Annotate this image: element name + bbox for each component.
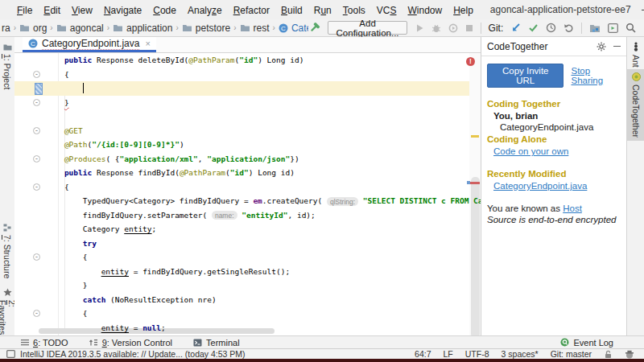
event-log-button[interactable]: Event Log xyxy=(560,338,613,348)
breadcrumb-separator: › xyxy=(273,23,275,32)
code-line[interactable]: - { xyxy=(14,250,481,265)
code-line[interactable]: entity = findByIdQuery.getSingleResult()… xyxy=(14,265,481,279)
tool-window-button-project[interactable]: 1: Project xyxy=(0,40,14,93)
menu-vcs[interactable]: VCS xyxy=(371,5,402,16)
breadcrumb-item-org[interactable]: org xyxy=(19,23,47,34)
tab-close-icon[interactable]: × xyxy=(145,39,150,48)
stop-icon[interactable] xyxy=(465,24,473,32)
build-hammer-icon[interactable] xyxy=(308,22,320,34)
fold-marker-icon[interactable]: - xyxy=(33,71,40,78)
code-on-your-own-link[interactable]: Code on your own xyxy=(493,146,568,156)
status-item-git--master[interactable]: Git: master xyxy=(551,349,592,359)
code-line[interactable]: public Response deleteById(@PathParam("i… xyxy=(14,53,481,68)
warning-stripe-mark[interactable] xyxy=(471,135,479,138)
code-line[interactable]: - @Produces( {"application/xml", "applic… xyxy=(14,152,481,167)
menu-build[interactable]: Build xyxy=(275,5,308,16)
fold-marker-icon[interactable]: - xyxy=(33,127,40,134)
tool-window-button-favorites[interactable]: 2: Favorites xyxy=(0,285,14,338)
breadcrumb-item-categoryendpoint[interactable]: CCategoryEndpoint xyxy=(279,23,308,34)
shared-file-item[interactable]: CategoryEndpoint.java xyxy=(500,122,621,132)
menu-run[interactable]: Run xyxy=(308,5,337,16)
fold-marker-icon[interactable]: - xyxy=(33,253,40,261)
rollback-icon[interactable] xyxy=(564,23,574,33)
tool-window-button-todo[interactable]: 6: TODO xyxy=(21,338,68,348)
status-window-icon[interactable] xyxy=(6,350,15,358)
tool-window-button-versioncontrol[interactable]: 9: Version Control xyxy=(89,338,172,348)
tool-window-button-codetogether[interactable]: CodeTogether xyxy=(627,69,644,141)
tool-window-button-ant[interactable]: Ant xyxy=(627,39,644,71)
fold-marker-icon[interactable]: - xyxy=(33,155,40,162)
breadcrumb-item-rest[interactable]: rest xyxy=(240,23,270,34)
menu-edit[interactable]: Edit xyxy=(38,5,66,16)
debug-icon[interactable] xyxy=(431,23,441,33)
copy-invite-url-button[interactable]: Copy Invite URL xyxy=(487,64,564,88)
breadcrumb-item-ra[interactable]: ra xyxy=(2,23,10,34)
code-line[interactable]: Category entity; xyxy=(14,222,481,237)
stop-sharing-link[interactable]: Stop Sharing xyxy=(571,66,621,85)
editor[interactable]: C CategoryEndpoint.java × public Respons… xyxy=(14,37,481,335)
git-commit-icon[interactable] xyxy=(528,23,539,33)
error-indicator-icon[interactable]: ! xyxy=(466,57,475,66)
code-line[interactable]: - { xyxy=(14,306,481,321)
code-line[interactable]: } xyxy=(14,278,481,293)
code-line[interactable]: @Path("/{id:[0-9][0-9]*}") xyxy=(14,138,481,152)
status-item-lf[interactable]: LF xyxy=(444,349,453,359)
window-title: agoncal-application-petstore-ee7 xyxy=(490,4,631,15)
breadcrumb-item-agoncal[interactable]: agoncal xyxy=(56,23,104,34)
code-area[interactable]: public Response deleteById(@PathParam("i… xyxy=(14,53,481,335)
code-line[interactable]: - { xyxy=(14,180,481,195)
code-line[interactable]: - { xyxy=(14,68,481,82)
tool-window-button-terminal[interactable]: Terminal xyxy=(193,338,240,348)
menu-analyze[interactable]: Analyze xyxy=(182,5,228,16)
code-line[interactable]: - @GET xyxy=(14,124,481,138)
changes-icon[interactable] xyxy=(589,23,601,33)
code-line[interactable] xyxy=(14,81,481,96)
breadcrumb-item-application[interactable]: application xyxy=(113,23,172,34)
menu-tools[interactable]: Tools xyxy=(337,5,371,16)
run-icon[interactable] xyxy=(415,23,424,33)
status-item-64-7[interactable]: 64:7 xyxy=(415,349,431,359)
run-with-coverage-icon[interactable] xyxy=(448,23,458,33)
run-anything-icon[interactable] xyxy=(608,23,618,33)
tool-window-button-structure[interactable]: 7: Structure xyxy=(0,220,14,282)
code-line[interactable]: findByIdQuery.setParameter( name: "entit… xyxy=(14,208,481,223)
menu-file[interactable]: File xyxy=(11,5,38,16)
code-line[interactable]: TypedQuery<Category> findByIdQuery = em.… xyxy=(14,194,481,208)
menu-code[interactable]: Code xyxy=(147,5,182,16)
host-link[interactable]: Host xyxy=(563,204,582,213)
git-update-icon[interactable] xyxy=(510,23,521,33)
status-item-3-spaces-[interactable]: 3 spaces* xyxy=(502,349,539,359)
menu-window[interactable]: Window xyxy=(402,5,448,16)
code-line[interactable]: public Response findById(@PathParam("id"… xyxy=(14,166,481,180)
menu-navigate[interactable]: Navigate xyxy=(98,5,147,16)
code-line[interactable]: try xyxy=(14,237,481,251)
menu-view[interactable]: View xyxy=(66,5,98,16)
gear-icon[interactable] xyxy=(597,42,606,51)
breadcrumb-item-petstore[interactable]: petstore xyxy=(182,23,230,34)
status-item-utf-8[interactable]: UTF-8 xyxy=(465,349,489,359)
coding-alone-title: Coding Alone xyxy=(487,134,621,144)
minimize-button[interactable] xyxy=(631,0,644,19)
code-line[interactable]: - } xyxy=(14,96,481,110)
menu-help[interactable]: Help xyxy=(448,5,479,16)
code-text: @Path("/{id:[0-9][0-9]*}") xyxy=(46,140,184,149)
gutter xyxy=(14,293,46,307)
code-line[interactable]: catch (NoResultException nre) xyxy=(14,293,481,307)
fold-marker-icon[interactable]: - xyxy=(33,183,40,191)
hector-inspections-icon[interactable] xyxy=(625,350,634,359)
menu-refactor[interactable]: Refactor xyxy=(228,5,275,16)
error-stripe-mark[interactable] xyxy=(470,182,480,184)
tab-categoryendpoint-java[interactable]: C CategoryEndpoint.java × xyxy=(23,37,156,52)
recent-file-link[interactable]: CategoryEndpoint.java xyxy=(493,181,587,191)
history-icon[interactable] xyxy=(546,23,556,33)
lock-icon[interactable] xyxy=(604,350,613,359)
hide-panel-icon[interactable] xyxy=(613,46,621,47)
code-line[interactable] xyxy=(14,109,481,124)
editor-error-stripe[interactable] xyxy=(469,53,481,335)
status-message[interactable]: IntelliJ IDEA 2019.3.5 available: // Upd… xyxy=(20,349,246,359)
add-configuration-button[interactable]: Add Configuration... xyxy=(328,21,407,35)
code-text: @Produces( {"application/xml", "applicat… xyxy=(46,154,299,163)
search-everywhere-icon[interactable] xyxy=(625,23,636,33)
fold-marker-icon[interactable]: - xyxy=(33,310,40,317)
fold-marker-icon[interactable]: - xyxy=(33,99,40,106)
